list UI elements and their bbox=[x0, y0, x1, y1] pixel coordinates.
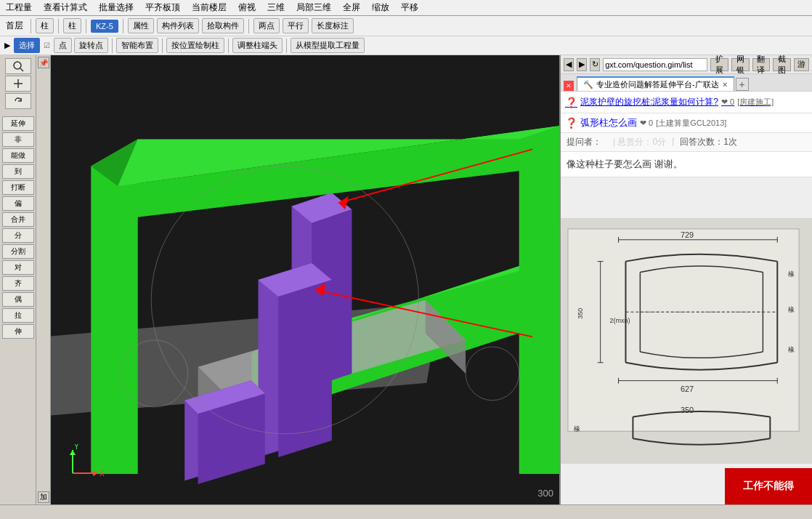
menu-chakan[interactable]: 查看计算式 bbox=[41, 1, 90, 15]
floor-label: 首层 bbox=[3, 20, 26, 32]
main-area: 延伸 非 能做 到 打断 偏 合并 分 分割 bbox=[0, 55, 812, 504]
viewport[interactable]: X Y 300 bbox=[51, 55, 559, 504]
zoom-all-btn[interactable] bbox=[5, 58, 31, 74]
svg-marker-33 bbox=[70, 450, 76, 455]
shen-btn[interactable]: 伸 bbox=[2, 324, 34, 339]
sep5 bbox=[248, 19, 249, 33]
qi-label: 齐 bbox=[15, 278, 22, 289]
sep6 bbox=[112, 39, 113, 53]
la-btn[interactable]: 拉 bbox=[2, 308, 34, 323]
menu-jubu[interactable]: 局部三维 bbox=[293, 1, 334, 15]
pick-component-btn[interactable]: 拾取构件 bbox=[202, 18, 244, 33]
pian-label: 偏 bbox=[15, 198, 22, 209]
smart-layout-btn[interactable]: 智能布置 bbox=[116, 38, 158, 53]
question-title-section: ❓ 弧形柱怎么画 ❤ 0 [土建算量GCL2013] bbox=[561, 113, 812, 133]
forward-btn[interactable]: ▶ bbox=[577, 58, 587, 71]
nengzuo-label: 能做 bbox=[11, 150, 25, 161]
pin-btn[interactable]: 📌 bbox=[38, 57, 49, 68]
adjust-ends-btn[interactable]: 调整柱端头 bbox=[232, 38, 283, 53]
two-point-btn[interactable]: 两点 bbox=[253, 18, 280, 33]
toolbar-row2: ▶ 选择 ☑ 点 旋转点 智能布置 按位置绘制柱 调整柱端头 从模型提取工程量 bbox=[0, 36, 812, 55]
question-links: ❓ 泥浆护壁的旋挖桩:泥浆量如何计算? ❤ 0 [房建施工] bbox=[561, 92, 812, 113]
menu-gongchengliang[interactable]: 工程量 bbox=[3, 1, 35, 15]
merge-label: 合并 bbox=[11, 214, 25, 225]
close-panel-btn[interactable]: ✕ bbox=[564, 81, 574, 91]
browser-bar: ◀ ▶ ↻ 扩展 网银 翻译 截图 游 bbox=[561, 55, 812, 74]
rotate-view-btn[interactable] bbox=[5, 93, 31, 109]
tab-label: 专业造价问题解答延伸平台-广联达 bbox=[596, 79, 719, 90]
menu-sanwei[interactable]: 三维 bbox=[264, 1, 288, 15]
qi-btn[interactable]: 齐 bbox=[2, 276, 34, 291]
answer-count: 回答次数：1次 bbox=[680, 136, 737, 148]
la-label: 拉 bbox=[15, 310, 22, 321]
column-btn2[interactable]: 柱 bbox=[63, 18, 81, 33]
tab-main[interactable]: 🔨 专业造价问题解答延伸平台-广联达 ✕ bbox=[577, 76, 734, 91]
split-btn[interactable]: 分割 bbox=[2, 244, 34, 259]
sep7 bbox=[162, 39, 163, 53]
svg-text:729: 729 bbox=[681, 230, 694, 239]
toolbar-row1: 首层 柱 柱 KZ-5 属性 构件列表 拾取构件 两点 平行 长度标注 bbox=[0, 16, 812, 36]
link-text1[interactable]: 泥浆护壁的旋挖桩:泥浆量如何计算? bbox=[580, 96, 718, 108]
ou-btn[interactable]: 偶 bbox=[2, 292, 34, 307]
non-btn[interactable]: 非 bbox=[2, 132, 34, 147]
banner-text: 工作不能得 bbox=[743, 480, 794, 493]
extract-btn[interactable]: 从模型提取工程量 bbox=[291, 38, 365, 53]
svg-text:350: 350 bbox=[681, 406, 694, 414]
add-tab-btn[interactable]: + bbox=[736, 78, 749, 91]
question-badge1: ❤ 0 bbox=[640, 118, 653, 128]
fen-btn[interactable]: 分 bbox=[2, 228, 34, 243]
nengzuo-btn[interactable]: 能做 bbox=[2, 148, 34, 163]
game-btn[interactable]: 游 bbox=[794, 58, 809, 71]
select-btn[interactable]: 选择 bbox=[14, 38, 40, 53]
translate-btn[interactable]: 翻译 bbox=[752, 58, 771, 71]
extend-btn[interactable]: 延伸 bbox=[2, 116, 34, 131]
menu-dangqian[interactable]: 当前楼层 bbox=[189, 1, 230, 15]
align-label: 对 bbox=[15, 262, 22, 273]
menu-pingqi[interactable]: 平齐板顶 bbox=[142, 1, 183, 15]
screenshot-btn[interactable]: 截图 bbox=[773, 58, 791, 71]
add-float-btn[interactable]: 加 bbox=[38, 491, 49, 503]
pan-btn[interactable] bbox=[5, 76, 31, 92]
back-btn[interactable]: ◀ bbox=[564, 58, 574, 71]
refresh-btn[interactable]: ↻ bbox=[590, 58, 600, 71]
merge-btn[interactable]: 合并 bbox=[2, 212, 34, 227]
tab-favicon: 🔨 bbox=[583, 80, 593, 89]
dao-btn[interactable]: 到 bbox=[2, 164, 34, 179]
network-btn[interactable]: 网银 bbox=[731, 58, 750, 71]
link-badge1: ❤ 0 bbox=[721, 97, 734, 107]
split-label: 分割 bbox=[11, 246, 25, 257]
question-title[interactable]: ❓ 弧形柱怎么画 ❤ 0 [土建算量GCL2013] bbox=[565, 116, 808, 129]
parallel-btn[interactable]: 平行 bbox=[283, 18, 309, 33]
align-btn[interactable]: 对 bbox=[2, 260, 34, 275]
length-mark-btn[interactable]: 长度标注 bbox=[312, 18, 354, 33]
svg-text:椽: 椽 bbox=[788, 346, 795, 353]
question-title-text[interactable]: 弧形柱怎么画 bbox=[580, 116, 637, 129]
tab-close-btn[interactable]: ✕ bbox=[722, 81, 728, 89]
question-link1[interactable]: ❓ 泥浆护壁的旋挖桩:泥浆量如何计算? ❤ 0 [房建施工] bbox=[565, 94, 808, 110]
column-btn1[interactable]: 柱 bbox=[36, 18, 54, 33]
menu-fushi[interactable]: 俯视 bbox=[235, 1, 259, 15]
questioner-meta: 提问者： | 悬赏分：0分 | 回答次数：1次 bbox=[561, 133, 812, 152]
component-list-btn[interactable]: 构件列表 bbox=[157, 18, 199, 33]
draw-by-pos-btn[interactable]: 按位置绘制柱 bbox=[166, 38, 224, 53]
kz-btn[interactable]: KZ-5 bbox=[91, 20, 118, 33]
menu-quanping[interactable]: 全屏 bbox=[340, 1, 363, 15]
viewport-canvas bbox=[51, 55, 559, 504]
pian-btn[interactable]: 偏 bbox=[2, 196, 34, 211]
property-btn[interactable]: 属性 bbox=[128, 18, 154, 33]
point-btn[interactable]: 点 bbox=[54, 38, 72, 53]
question-category: [土建算量GCL2013] bbox=[656, 118, 726, 129]
non-label: 非 bbox=[15, 134, 22, 145]
menu-pingyi[interactable]: 平移 bbox=[398, 1, 421, 15]
svg-text:627: 627 bbox=[681, 385, 694, 393]
break-btn[interactable]: 打断 bbox=[2, 180, 34, 195]
svg-text:350: 350 bbox=[577, 308, 584, 319]
expand-btn[interactable]: 扩展 bbox=[710, 58, 728, 71]
svg-text:Y: Y bbox=[74, 444, 79, 451]
menu-suofang[interactable]: 缩放 bbox=[369, 1, 392, 15]
rotate-btn[interactable]: 旋转点 bbox=[74, 38, 108, 53]
menu-piliang[interactable]: 批量选择 bbox=[96, 1, 137, 15]
url-input[interactable] bbox=[603, 58, 707, 71]
close-icon: ✕ bbox=[566, 82, 572, 89]
fen-label: 分 bbox=[15, 230, 22, 241]
